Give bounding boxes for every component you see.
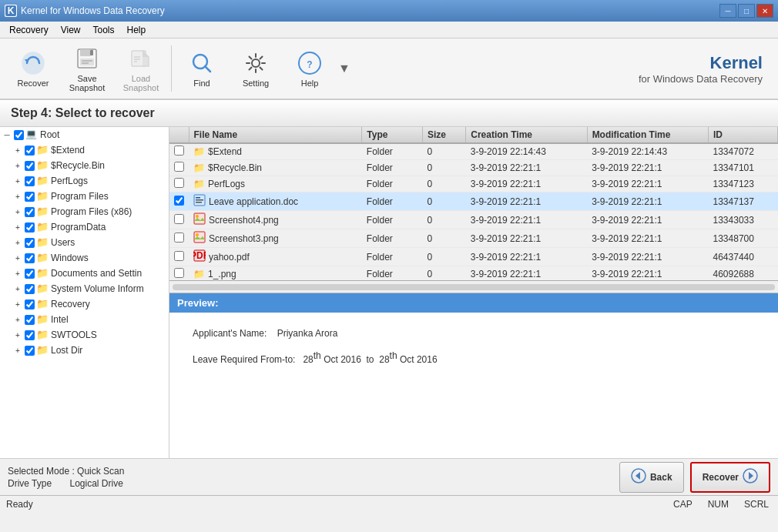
systemvolume-expand[interactable]: +: [12, 283, 23, 294]
tree-item-documents[interactable]: + 📁 Documents and Settin: [11, 266, 169, 281]
file-name-text: $Extend: [208, 146, 242, 157]
row-checkbox[interactable]: [174, 214, 184, 224]
intel-folder-icon: 📁: [36, 313, 49, 326]
tree-item-swtools[interactable]: + 📁 SWTOOLS: [11, 327, 169, 343]
col-creation[interactable]: Creation Time: [466, 127, 587, 143]
programfiles-checkbox[interactable]: [25, 192, 35, 202]
extend-expand[interactable]: +: [12, 145, 23, 156]
intel-expand[interactable]: +: [12, 314, 23, 325]
back-button[interactable]: Back: [619, 462, 684, 493]
users-checkbox[interactable]: [25, 238, 35, 248]
folder-icon: 📁: [193, 162, 205, 173]
tree-item-recovery-label: Recovery: [51, 299, 90, 309]
horizontal-scrollbar[interactable]: [173, 284, 775, 290]
row-checkbox[interactable]: [174, 146, 184, 156]
row-checkbox[interactable]: [174, 162, 184, 172]
toolbar-find-button[interactable]: Find: [175, 42, 229, 95]
close-button[interactable]: ✕: [756, 4, 773, 18]
menu-view[interactable]: View: [55, 23, 87, 37]
recover-button[interactable]: Recover: [690, 462, 770, 493]
programdata-expand[interactable]: +: [12, 222, 23, 233]
toolbar-help-button[interactable]: ? Help: [283, 42, 337, 95]
tree-item-recycle[interactable]: + 📁 $Recycle.Bin: [11, 158, 169, 173]
recovery-checkbox[interactable]: [25, 299, 35, 309]
table-row[interactable]: 📁1_.pngFolder03-9-2019 22:21:13-9-2019 2…: [169, 266, 778, 282]
table-row[interactable]: 📁$Recycle.BinFolder03-9-2019 22:21:13-9-…: [169, 160, 778, 176]
tree-item-systemvolume[interactable]: + 📁 System Volume Inform: [11, 281, 169, 296]
windows-expand[interactable]: +: [12, 253, 23, 263]
table-row[interactable]: Screenshot4.pngFolder03-9-2019 22:21:13-…: [169, 211, 778, 229]
hscroll-area[interactable]: [169, 281, 778, 293]
lostdir-expand[interactable]: +: [12, 345, 23, 356]
tree-item-programdata[interactable]: + 📁 ProgramData: [11, 219, 169, 235]
recycle-expand[interactable]: +: [12, 160, 23, 171]
menu-tools[interactable]: Tools: [86, 23, 120, 37]
col-filename[interactable]: File Name: [189, 127, 362, 143]
menu-help[interactable]: Help: [121, 23, 153, 37]
tree-item-lostdir[interactable]: + 📁 Lost Dir: [11, 343, 169, 358]
tree-item-extend[interactable]: + 📁 $Extend: [11, 142, 169, 158]
extend-checkbox[interactable]: [25, 146, 35, 156]
row-size: 0: [423, 211, 466, 229]
table-row[interactable]: Screenshot3.pngFolder03-9-2019 22:21:13-…: [169, 229, 778, 248]
row-checkbox[interactable]: [174, 233, 184, 243]
row-checkbox[interactable]: [174, 196, 184, 206]
perflogs-checkbox[interactable]: [25, 176, 35, 186]
tree-root[interactable]: ─ 💻 Root: [0, 127, 169, 142]
swtools-checkbox[interactable]: [25, 330, 35, 340]
tree-item-recovery[interactable]: + 📁 Recovery: [11, 296, 169, 312]
root-checkbox[interactable]: [14, 130, 24, 140]
load-snapshot-icon: [127, 45, 155, 72]
toolbar-setting-button[interactable]: Setting: [229, 42, 283, 95]
programfilesx86-checkbox[interactable]: [25, 207, 35, 217]
titlebar-left: K Kernel for Windows Data Recovery: [5, 5, 165, 17]
recovery-expand[interactable]: +: [12, 299, 23, 309]
row-checkbox[interactable]: [174, 268, 184, 278]
tree-item-intel[interactable]: + 📁 Intel: [11, 312, 169, 327]
programdata-checkbox[interactable]: [25, 223, 35, 233]
table-row[interactable]: Leave application.docFolder03-9-2019 22:…: [169, 192, 778, 211]
documents-expand[interactable]: +: [12, 268, 23, 279]
tree-panel[interactable]: ─ 💻 Root + 📁 $Extend + 📁 $Recycle.Bin +: [0, 127, 169, 458]
col-size[interactable]: Size: [423, 127, 466, 143]
row-checkbox[interactable]: [174, 251, 184, 261]
table-row[interactable]: 📁$ExtendFolder03-9-2019 22:14:433-9-2019…: [169, 143, 778, 160]
lostdir-checkbox[interactable]: [25, 346, 35, 356]
file-name-text: Screenshot3.png: [209, 233, 279, 244]
root-expand-icon[interactable]: ─: [2, 129, 12, 140]
file-table-container[interactable]: File Name Type Size Creation Time Modifi…: [169, 127, 778, 281]
row-size: 0: [423, 143, 466, 160]
toolbar-save-snapshot-button[interactable]: Save Snapshot: [60, 42, 114, 95]
table-row[interactable]: PDFyahoo.pdfFolder03-9-2019 22:21:13-9-2…: [169, 248, 778, 266]
tree-item-programfilesx86[interactable]: + 📁 Program Files (x86): [11, 204, 169, 219]
leave-label: Leave Required From-to:: [193, 354, 295, 365]
documents-checkbox[interactable]: [25, 269, 35, 279]
recycle-checkbox[interactable]: [25, 161, 35, 171]
tree-item-perflogs[interactable]: + 📁 PerfLogs: [11, 173, 169, 189]
tree-item-users[interactable]: + 📁 Users: [11, 235, 169, 250]
maximize-button[interactable]: □: [738, 4, 755, 18]
col-id[interactable]: ID: [709, 127, 778, 143]
perflogs-expand[interactable]: +: [12, 176, 23, 186]
programfiles-expand[interactable]: +: [12, 191, 23, 202]
systemvolume-checkbox[interactable]: [25, 284, 35, 294]
toolbar-recover-button[interactable]: Recover: [6, 42, 60, 95]
toolbar-recover-label: Recover: [18, 79, 49, 88]
windows-checkbox[interactable]: [25, 253, 35, 263]
applicant-label: Applicant's Name:: [193, 328, 267, 339]
swtools-expand[interactable]: +: [12, 330, 23, 340]
menu-recovery[interactable]: Recovery: [3, 23, 55, 37]
users-expand[interactable]: +: [12, 237, 23, 248]
programfilesx86-expand[interactable]: +: [12, 206, 23, 217]
tree-item-intel-label: Intel: [51, 314, 69, 325]
col-type[interactable]: Type: [362, 127, 423, 143]
intel-checkbox[interactable]: [25, 315, 35, 325]
col-modification[interactable]: Modification Time: [587, 127, 708, 143]
file-name-container: 📁$Recycle.Bin: [193, 162, 357, 173]
table-row[interactable]: 📁PerfLogsFolder03-9-2019 22:21:13-9-2019…: [169, 176, 778, 192]
toolbar-more-button[interactable]: ▼: [338, 62, 350, 75]
tree-item-programfiles[interactable]: + 📁 Program Files: [11, 189, 169, 204]
tree-item-windows[interactable]: + 📁 Windows: [11, 250, 169, 266]
minimize-button[interactable]: ─: [719, 4, 736, 18]
row-checkbox[interactable]: [174, 178, 184, 188]
